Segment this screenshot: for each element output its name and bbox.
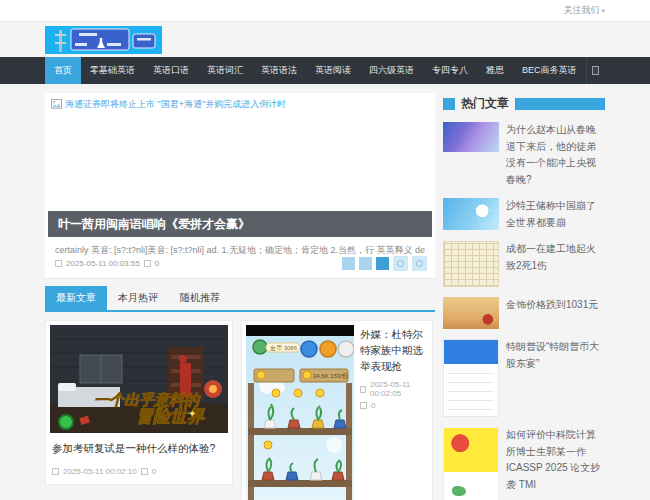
hot-article-title[interactable]: 沙特王储称中国崩了全世界都要崩 xyxy=(506,198,605,231)
hot-article-thumbnail xyxy=(443,297,499,329)
follow-us-label: 关注我们 xyxy=(563,5,599,15)
post-list: 一个出乎意料的 冒险世界 ✦ 参加考研复试是一种什么样的体验? 2025-05-… xyxy=(45,320,435,500)
sidebar: 热门文章 为什么赵本山从春晚退下来后，他的徒弟没有一个能冲上央视春晚? 沙特王储… xyxy=(443,93,605,500)
hot-article-title[interactable]: 成都一在建工地起火致2死1伤 xyxy=(506,241,605,274)
hot-article-thumbnail xyxy=(443,339,499,417)
slide-comment-count: 0 xyxy=(155,259,159,268)
hot-article-title[interactable]: 为什么赵本山从春晚退下来后，他的徒弟没有一个能冲上央视春晚? xyxy=(506,122,605,188)
header xyxy=(45,22,605,57)
topbar: 关注我们▾ xyxy=(0,0,650,22)
slider-pagination xyxy=(342,256,427,271)
sparkle-icon: ✦ xyxy=(188,408,196,419)
slider-dot-2[interactable] xyxy=(359,257,372,270)
nav-item-bec[interactable]: BEC商务英语 xyxy=(513,57,586,84)
post-tabs: 最新文章 本月热评 随机推荐 xyxy=(45,286,435,312)
slider-next-button[interactable] xyxy=(412,256,427,271)
coin-chip-label: 金币 3086 xyxy=(269,345,298,351)
roadsign-logo-image xyxy=(45,26,162,54)
slide-title[interactable]: 叶一茜用闽南语唱响《爱拼才会赢》 xyxy=(48,211,432,237)
calendar-icon xyxy=(360,386,366,393)
tab-latest[interactable]: 最新文章 xyxy=(45,286,107,310)
nav-item-cet[interactable]: 四六级英语 xyxy=(360,57,423,84)
post-thumbnail-adventure[interactable]: 一个出乎意料的 冒险世界 ✦ xyxy=(50,325,228,433)
slide-meta-row: 2025-05-11 00:03:55 0 xyxy=(55,256,427,271)
nav-item-grammar[interactable]: 英语语法 xyxy=(252,57,306,84)
nav-item-tem[interactable]: 专四专八 xyxy=(423,57,477,84)
post-thumbnail-plant-game[interactable]: 金币 3086 34.5K 153/份 xyxy=(246,325,354,500)
post-card[interactable]: 一个出乎意料的 冒险世界 ✦ 参加考研复试是一种什么样的体验? 2025-05-… xyxy=(45,320,233,485)
post-date: 2025-05-11 00:02:10 xyxy=(63,467,137,476)
prev-circle-icon xyxy=(397,260,404,267)
nav-search-button[interactable] xyxy=(586,57,605,84)
nav-item-ielts[interactable]: 雅思 xyxy=(477,57,513,84)
slide-headline-link[interactable]: 海通证券即将终止上市 "国君+海通"并购完成进入倒计时 xyxy=(65,98,286,111)
sidebar-header: 热门文章 xyxy=(443,95,605,112)
sidebar-title: 热门文章 xyxy=(461,95,509,112)
hot-article-item[interactable]: 成都一在建工地起火致2死1伤 xyxy=(443,241,605,287)
hot-article-title[interactable]: 特朗普设“特朗普币大股东宴” xyxy=(506,339,605,372)
nav-item-home[interactable]: 首页 xyxy=(45,57,81,84)
main-nav: 首页 零基础英语 英语口语 英语词汇 英语语法 英语阅读 四六级英语 专四专八 … xyxy=(0,57,650,84)
search-icon xyxy=(592,66,599,75)
post-comment-count: 0 xyxy=(371,401,375,410)
post-title[interactable]: 外媒：杜特尔特家族中期选举表现抢 xyxy=(360,327,428,374)
left-column: 海通证券即将终止上市 "国君+海通"并购完成进入倒计时 叶一茜用闽南语唱响《爱拼… xyxy=(45,93,435,500)
nav-item-speaking[interactable]: 英语口语 xyxy=(144,57,198,84)
slider-prev-button[interactable] xyxy=(393,256,408,271)
hot-article-item[interactable]: 金饰价格跌到1031元 xyxy=(443,297,605,329)
comment-icon xyxy=(144,260,151,267)
site-logo[interactable] xyxy=(45,26,162,54)
nav-item-reading[interactable]: 英语阅读 xyxy=(306,57,360,84)
hot-article-title[interactable]: 如何评价中科院计算所博士生郭某一作 ICASSP 2025 论文抄袭 TMI xyxy=(506,427,605,493)
comment-icon xyxy=(360,402,367,409)
main-content: 海通证券即将终止上市 "国君+海通"并购完成进入倒计时 叶一茜用闽南语唱响《爱拼… xyxy=(45,93,605,500)
tab-monthly-hot[interactable]: 本月热评 xyxy=(107,286,169,310)
comment-icon xyxy=(141,468,148,475)
hot-article-item[interactable]: 如何评价中科院计算所博士生郭某一作 ICASSP 2025 论文抄袭 TMI xyxy=(443,427,605,500)
post-date: 2025-05-11 00:02:05 xyxy=(370,380,428,398)
hot-article-item[interactable]: 沙特王储称中国崩了全世界都要崩 xyxy=(443,198,605,231)
hot-article-thumbnail xyxy=(443,427,499,500)
broken-image-icon xyxy=(51,99,62,110)
chevron-down-icon: ▾ xyxy=(601,7,605,14)
post-title[interactable]: 参加考研复试是一种什么样的体验? xyxy=(52,441,226,457)
post-meta: 2025-05-11 00:02:10 0 xyxy=(52,467,226,476)
nav-menu: 首页 零基础英语 英语口语 英语词汇 英语语法 英语阅读 四六级英语 专四专八 … xyxy=(45,57,586,84)
slide-date: 2025-05-11 00:03:55 xyxy=(66,259,140,268)
hot-article-thumbnail xyxy=(443,241,499,287)
hot-article-item[interactable]: 特朗普设“特朗普币大股东宴” xyxy=(443,339,605,417)
accent-square-icon xyxy=(443,98,455,110)
featured-slider: 海通证券即将终止上市 "国君+海通"并购完成进入倒计时 叶一茜用闽南语唱响《爱拼… xyxy=(45,93,435,279)
hot-article-title[interactable]: 金饰价格跌到1031元 xyxy=(506,297,598,314)
thumb-caption-line1: 一个出乎意料的 xyxy=(94,391,201,408)
follow-us-link[interactable]: 关注我们▾ xyxy=(563,4,605,17)
tab-random[interactable]: 随机推荐 xyxy=(169,286,231,310)
sign-label: 34.5K 153/份 xyxy=(313,372,348,380)
calendar-icon xyxy=(55,260,62,267)
hot-article-thumbnail xyxy=(443,198,499,230)
slider-dot-3-active[interactable] xyxy=(376,257,389,270)
post-comment-count: 0 xyxy=(152,467,156,476)
nav-item-zero-basis[interactable]: 零基础英语 xyxy=(81,57,144,84)
calendar-icon xyxy=(52,468,59,475)
post-card[interactable]: 金币 3086 34.5K 153/份 xyxy=(241,320,433,500)
hot-article-thumbnail xyxy=(443,122,499,152)
accent-bar xyxy=(515,98,605,110)
nav-item-vocabulary[interactable]: 英语词汇 xyxy=(198,57,252,84)
post-meta: 2025-05-11 00:02:05 0 xyxy=(360,380,428,410)
slide-broken-image-row: 海通证券即将终止上市 "国君+海通"并购完成进入倒计时 xyxy=(45,93,435,116)
hot-article-item[interactable]: 为什么赵本山从春晚退下来后，他的徒弟没有一个能冲上央视春晚? xyxy=(443,122,605,188)
slider-dot-1[interactable] xyxy=(342,257,355,270)
next-circle-icon xyxy=(416,260,423,267)
